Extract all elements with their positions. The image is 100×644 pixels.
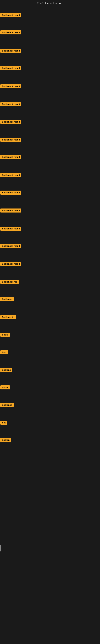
bottleneck-item-21: Bottlene bbox=[0, 368, 12, 373]
bottleneck-item-19: Bottle bbox=[0, 333, 10, 338]
bottleneck-item-23: Bottlenec bbox=[0, 403, 14, 408]
bottleneck-badge-18[interactable]: Bottleneck r bbox=[0, 315, 16, 319]
bottleneck-item-4: Bottleneck result bbox=[0, 66, 21, 71]
bottleneck-badge-12[interactable]: Bottleneck result bbox=[0, 208, 21, 212]
bottleneck-list: Bottleneck resultBottleneck resultBottle… bbox=[0, 6, 100, 644]
bottleneck-item-16: Bottleneck res bbox=[0, 280, 19, 284]
bottleneck-item-2: Bottleneck result bbox=[0, 30, 21, 35]
bottleneck-item-17: Bottlenec bbox=[0, 297, 14, 302]
bottleneck-item-7: Bottleneck result bbox=[0, 120, 21, 124]
bottleneck-item-12: Bottleneck result bbox=[0, 208, 21, 213]
bottleneck-badge-7[interactable]: Bottleneck result bbox=[0, 120, 21, 124]
bottleneck-item-9: Bottleneck result bbox=[0, 155, 21, 160]
bottleneck-badge-17[interactable]: Bottlenec bbox=[0, 297, 14, 301]
cursor-indicator bbox=[0, 546, 1, 552]
bottleneck-badge-5[interactable]: Bottleneck result bbox=[0, 84, 21, 88]
bottleneck-item-22: Bottle bbox=[0, 386, 10, 390]
bottleneck-badge-20[interactable]: Bott bbox=[0, 350, 8, 354]
site-title: TheBottlenecker.com bbox=[0, 0, 100, 6]
page-wrapper: TheBottlenecker.com Bottleneck resultBot… bbox=[0, 0, 100, 644]
bottleneck-badge-22[interactable]: Bottle bbox=[0, 386, 10, 390]
bottleneck-badge-1[interactable]: Bottleneck result bbox=[0, 13, 21, 17]
bottleneck-badge-10[interactable]: Bottleneck result bbox=[0, 173, 21, 177]
bottleneck-item-6: Bottleneck result bbox=[0, 102, 21, 107]
bottleneck-item-11: Bottleneck result bbox=[0, 190, 21, 196]
bottleneck-badge-2[interactable]: Bottleneck result bbox=[0, 30, 21, 34]
bottleneck-badge-19[interactable]: Bottle bbox=[0, 333, 10, 337]
bottleneck-item-24: Bot bbox=[0, 420, 7, 426]
bottleneck-badge-15[interactable]: Bottleneck result bbox=[0, 262, 21, 266]
bottleneck-badge-24[interactable]: Bot bbox=[0, 420, 7, 425]
bottleneck-item-25: Bottlen bbox=[0, 438, 11, 443]
bottleneck-item-3: Bottleneck result bbox=[0, 49, 21, 54]
bottleneck-item-20: Bott bbox=[0, 350, 8, 355]
bottleneck-item-14: Bottleneck result bbox=[0, 244, 21, 249]
bottleneck-item-10: Bottleneck result bbox=[0, 173, 21, 178]
bottleneck-badge-25[interactable]: Bottlen bbox=[0, 438, 11, 442]
bottleneck-badge-14[interactable]: Bottleneck result bbox=[0, 244, 21, 248]
bottleneck-item-15: Bottleneck result bbox=[0, 262, 21, 267]
bottleneck-item-13: Bottleneck result bbox=[0, 226, 21, 232]
bottleneck-badge-6[interactable]: Bottleneck result bbox=[0, 102, 21, 106]
bottleneck-badge-13[interactable]: Bottleneck result bbox=[0, 226, 21, 231]
bottleneck-badge-23[interactable]: Bottlenec bbox=[0, 403, 14, 407]
bottleneck-item-8: Bottleneck result bbox=[0, 138, 21, 142]
bottleneck-badge-16[interactable]: Bottleneck res bbox=[0, 280, 19, 284]
bottleneck-item-5: Bottleneck result bbox=[0, 84, 21, 89]
bottleneck-badge-9[interactable]: Bottleneck result bbox=[0, 155, 21, 159]
bottleneck-item-1: Bottleneck result bbox=[0, 13, 21, 18]
bottleneck-badge-11[interactable]: Bottleneck result bbox=[0, 190, 21, 194]
bottleneck-badge-8[interactable]: Bottleneck result bbox=[0, 138, 21, 142]
bottleneck-badge-4[interactable]: Bottleneck result bbox=[0, 66, 21, 70]
bottleneck-badge-21[interactable]: Bottlene bbox=[0, 368, 12, 372]
bottleneck-item-18: Bottleneck r bbox=[0, 315, 16, 320]
bottleneck-badge-3[interactable]: Bottleneck result bbox=[0, 49, 21, 53]
